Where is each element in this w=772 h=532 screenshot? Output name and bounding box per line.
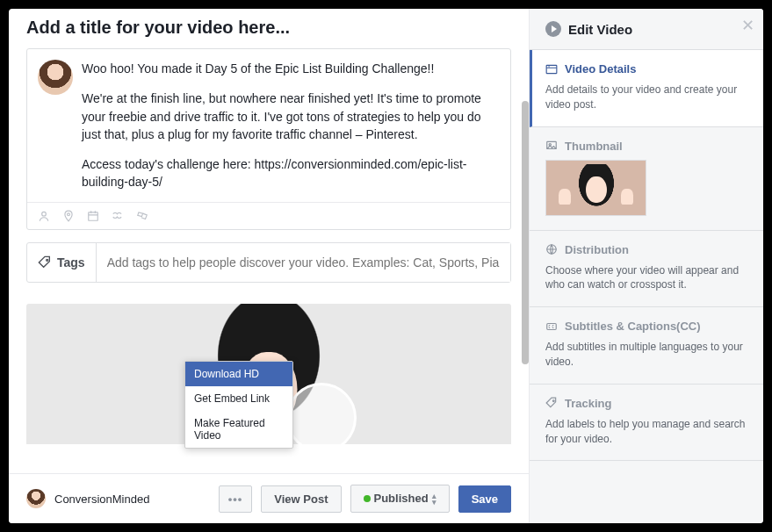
section-distribution[interactable]: Distribution Choose where your video wil… <box>530 231 763 308</box>
post-paragraph-2: We're at the finish line, but nowhere ne… <box>82 90 500 143</box>
section-tracking[interactable]: Tracking Add labels to help you manage a… <box>530 385 763 462</box>
post-paragraph-3: Access today's challenge here: https://c… <box>82 155 500 191</box>
sidebar-sections: Video Details Add details to your video … <box>530 50 763 523</box>
svg-rect-2 <box>89 212 98 220</box>
post-composer: Woo hoo! You made it Day 5 of the Epic L… <box>26 48 511 230</box>
close-button[interactable]: ✕ <box>741 16 754 35</box>
tags-label-text: Tags <box>57 255 85 270</box>
page-avatar <box>26 489 46 508</box>
published-label: Published <box>374 492 429 505</box>
video-preview[interactable]: Download HD Get Embed Link Make Featured… <box>26 304 511 444</box>
section-video-details-title: Video Details <box>565 62 636 75</box>
left-panel: Add a title for your video here... Woo h… <box>9 9 530 523</box>
more-options-button[interactable]: ••• <box>219 485 253 513</box>
svg-point-1 <box>68 213 70 216</box>
calendar-icon[interactable] <box>87 210 99 222</box>
published-status-button[interactable]: Published▴▾ <box>350 485 450 513</box>
tags-input[interactable] <box>97 243 510 282</box>
view-post-button[interactable]: View Post <box>261 485 341 513</box>
section-tracking-title: Tracking <box>565 397 611 410</box>
menu-download-hd[interactable]: Download HD <box>185 362 292 386</box>
thumbnail-preview[interactable] <box>545 160 646 216</box>
svg-rect-7 <box>546 65 557 73</box>
section-video-details[interactable]: Video Details Add details to your video … <box>530 50 763 127</box>
section-thumbnail[interactable]: Thumbnail <box>530 127 763 231</box>
edit-video-modal: Add a title for your video here... Woo h… <box>9 9 763 523</box>
page-name[interactable]: ConversionMinded <box>54 492 210 506</box>
left-footer: ConversionMinded ••• View Post Published… <box>9 473 529 523</box>
status-dot-icon <box>364 495 371 502</box>
menu-make-featured[interactable]: Make Featured Video <box>185 411 292 448</box>
right-panel: ✕ Edit Video Video Details Add details t… <box>530 9 763 523</box>
menu-get-embed-link[interactable]: Get Embed Link <box>185 386 292 411</box>
svg-point-0 <box>42 212 47 216</box>
left-body: Woo hoo! You made it Day 5 of the Epic L… <box>9 48 529 473</box>
save-button[interactable]: Save <box>458 485 511 513</box>
section-distribution-title: Distribution <box>565 243 629 256</box>
section-subtitles-desc: Add subtitles in multiple languages to y… <box>545 340 747 370</box>
play-icon <box>545 21 561 37</box>
composer-toolbar <box>27 202 510 229</box>
tags-label: Tags <box>27 243 97 282</box>
post-paragraph-1: Woo hoo! You made it Day 5 of the Epic L… <box>82 60 500 77</box>
user-avatar <box>38 60 73 95</box>
scrollbar[interactable] <box>522 101 529 364</box>
section-subtitles[interactable]: Subtitles & Captions(CC) Add subtitles i… <box>530 307 763 385</box>
post-text[interactable]: Woo hoo! You made it Day 5 of the Epic L… <box>82 60 500 191</box>
feeling-icon[interactable] <box>112 210 124 222</box>
svg-point-6 <box>47 259 48 261</box>
section-distribution-desc: Choose where your video will appear and … <box>545 263 747 293</box>
video-title-input[interactable]: Add a title for your video here... <box>26 18 511 38</box>
sort-caret-icon: ▴▾ <box>432 493 437 506</box>
section-video-details-desc: Add details to your video and create you… <box>545 83 747 112</box>
right-header: Edit Video <box>530 9 763 50</box>
location-icon[interactable] <box>62 210 75 222</box>
sidebar-title: Edit Video <box>568 22 632 37</box>
section-tracking-desc: Add labels to help you manage and search… <box>545 417 747 447</box>
tag-people-icon[interactable] <box>38 210 50 222</box>
section-thumbnail-title: Thumbnail <box>565 140 623 153</box>
branded-content-icon[interactable] <box>136 210 148 222</box>
svg-point-14 <box>552 400 554 402</box>
svg-rect-13 <box>547 323 557 329</box>
video-options-menu: Download HD Get Embed Link Make Featured… <box>184 361 293 449</box>
left-header: Add a title for your video here... <box>9 9 529 48</box>
section-subtitles-title: Subtitles & Captions(CC) <box>565 320 701 333</box>
tags-row: Tags <box>26 242 511 283</box>
